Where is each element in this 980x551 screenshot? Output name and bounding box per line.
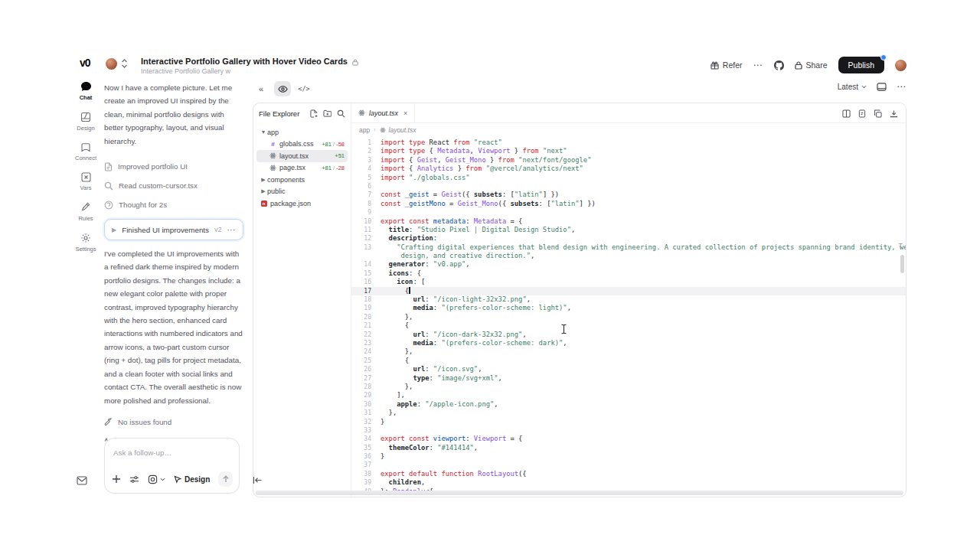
tree-item-package.json[interactable]: npackage.json — [256, 197, 348, 210]
attach-plus-icon[interactable] — [112, 474, 121, 484]
rail-item-chat[interactable]: Chat — [74, 81, 98, 101]
collapse-left-icon[interactable] — [253, 476, 263, 484]
code-view-button[interactable]: </> — [296, 81, 312, 96]
download-icon[interactable] — [890, 109, 898, 118]
new-folder-icon[interactable] — [323, 109, 332, 117]
share-button[interactable]: Share — [795, 60, 828, 70]
format-file-icon[interactable] — [858, 109, 866, 118]
code-line: 28 }, — [351, 383, 906, 391]
v0-app-window: v0 Interactive Portfolio Gallery with Ho… — [0, 0, 980, 551]
github-icon — [774, 60, 784, 70]
v0-logo[interactable]: v0 — [80, 57, 90, 69]
header-more-button[interactable]: ⋯ — [753, 60, 763, 70]
inbox-mail-icon[interactable] — [77, 476, 87, 485]
assistant-summary: I've completed the UI improvements with … — [104, 247, 243, 407]
code-line: design, and creative direction.", — [351, 252, 906, 260]
split-view-icon[interactable] — [842, 109, 851, 118]
model-selector[interactable] — [148, 474, 165, 484]
card-more-button[interactable]: ⋯ — [227, 225, 236, 235]
code-panel: layout.tsx × — [351, 103, 906, 497]
task-row[interactable]: Thought for 2s — [104, 195, 243, 214]
connect-icon — [80, 142, 91, 152]
code-editor[interactable]: 1import type React from "react"2import t… — [351, 139, 906, 497]
task-row[interactable]: Read custom-cursor.tsx — [104, 176, 243, 195]
tree-item-components[interactable]: ▶components — [256, 174, 348, 186]
gift-icon — [710, 61, 719, 70]
code-line: 29 ], — [351, 391, 906, 399]
file-icon — [104, 162, 113, 171]
rail-item-settings[interactable]: Settings — [74, 233, 98, 253]
wrench-icon — [104, 418, 113, 426]
version-dropdown[interactable]: Latest — [838, 83, 867, 91]
tree-item-page.tsx[interactable]: page.tsx+81 / -28 — [256, 162, 348, 174]
collapse-panel-button[interactable]: « — [253, 81, 270, 96]
code-line: 27 type: "image/svg+xml", — [351, 374, 906, 383]
issues-status: No issues found — [104, 418, 243, 426]
chevron-right-icon: ▶ — [260, 177, 267, 183]
code-line: 18 url: "/icon-light-32x32.png", — [351, 295, 906, 304]
design-mode-chip[interactable]: Design — [174, 475, 210, 484]
code-line: 12 description: — [351, 234, 906, 243]
code-line: 6 — [351, 182, 906, 191]
code-line: 26 url: "/icon.svg", — [351, 365, 906, 373]
rail-item-connect[interactable]: Connect — [74, 142, 98, 161]
tree-item-app[interactable]: ▼app — [256, 126, 348, 139]
code-line: 1import type React from "react" — [351, 139, 906, 147]
close-tab-icon[interactable]: × — [403, 109, 407, 117]
preview-eye-button[interactable] — [274, 81, 291, 96]
code-line: 8const _geistMono = Geist_Mono({ subsets… — [351, 200, 906, 208]
new-file-icon[interactable] — [310, 109, 318, 118]
refer-button[interactable]: Refer — [710, 60, 743, 70]
code-line: 11 title: "Studio Pixel | Digital Design… — [351, 226, 906, 234]
code-line: 16 icon: [ — [351, 278, 906, 286]
rail-item-vars[interactable]: Vars — [74, 172, 98, 191]
tree-item-globals.css[interactable]: #globals.css+81 / -58 — [256, 139, 348, 151]
rail-item-design[interactable]: Design — [74, 112, 98, 132]
publish-button[interactable]: Publish — [838, 57, 884, 73]
editor-toolbar: « </> Latest ⋯ — [253, 81, 906, 99]
chevron-down-icon — [160, 478, 165, 481]
breadcrumb-root[interactable]: app — [359, 126, 370, 134]
followup-input[interactable]: Ask a follow-up… — [113, 448, 172, 457]
user-avatar[interactable] — [895, 60, 906, 71]
chevron-down-icon — [861, 85, 867, 89]
tab-layout-tsx[interactable]: layout.tsx × — [351, 103, 415, 122]
top-header: v0 Interactive Portfolio Gallery with Ho… — [74, 55, 906, 75]
design-icon — [80, 112, 91, 122]
publish-notification-dot — [880, 54, 887, 60]
project-switcher-chevrons[interactable] — [121, 58, 128, 69]
react-icon — [380, 127, 386, 133]
code-line: 2import type { Metadata, Viewport } from… — [351, 147, 906, 155]
rail-item-rules[interactable]: Rules — [74, 202, 98, 222]
code-line: 22 url: "/icon-dark-32x32.png", — [351, 331, 906, 339]
breadcrumb-file[interactable]: layout.tsx — [380, 126, 416, 134]
github-button[interactable] — [774, 60, 784, 70]
react-icon — [269, 152, 277, 159]
editor-more-button[interactable]: ⋯ — [897, 81, 906, 92]
code-line: 39 children, — [351, 478, 906, 487]
tree-item-layout.tsx[interactable]: layout.tsx+51 — [256, 150, 348, 162]
code-line: 13 "Crafting digital experiences that bl… — [351, 243, 906, 252]
code-line: 32} — [351, 418, 906, 426]
send-button[interactable] — [218, 471, 233, 487]
copy-file-icon[interactable] — [874, 109, 882, 118]
lock-icon — [795, 61, 802, 70]
search-icon[interactable] — [337, 109, 345, 118]
project-avatar[interactable] — [106, 58, 117, 70]
finished-ui-improvements-card[interactable]: ▶ Finished UI improvements v2 ⋯ — [104, 219, 243, 240]
editor-card: File Explorer ▼app#globals.css+81 / -58l… — [253, 103, 906, 497]
vertical-scrollbar[interactable] — [900, 255, 904, 273]
followup-composer[interactable]: Ask a follow-up… Design — [104, 438, 240, 494]
file-tree: ▼app#globals.css+81 / -58layout.tsx+51pa… — [253, 123, 351, 210]
composer-toolbar: Design — [112, 471, 233, 487]
assistant-message: Now I have a complete picture. Let me cr… — [104, 81, 243, 148]
code-line: 3import { Geist, Geist_Mono } from "next… — [351, 156, 906, 165]
settings-sliders-icon[interactable] — [129, 475, 139, 484]
task-row[interactable]: Improved portfolio UI — [104, 157, 243, 176]
tree-item-public[interactable]: ▶public — [256, 186, 348, 198]
code-line: 33 — [351, 426, 906, 435]
device-preview-icon[interactable] — [877, 83, 887, 91]
chat-icon — [80, 81, 92, 92]
horizontal-scrollbar[interactable] — [256, 491, 903, 495]
code-line: 35 themeColor: "#141414", — [351, 444, 906, 452]
